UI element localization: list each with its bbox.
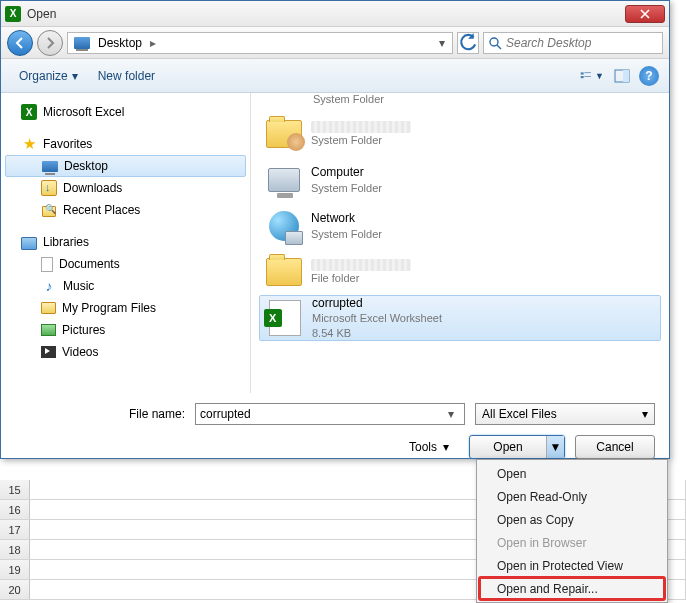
back-button[interactable] xyxy=(7,30,33,56)
svg-rect-3 xyxy=(581,76,584,78)
toolbar: Organize▾ New folder ▼ ? xyxy=(1,59,669,93)
svg-point-0 xyxy=(490,38,498,46)
sidebar-item-downloads[interactable]: Downloads xyxy=(1,177,250,199)
breadcrumb-segment[interactable]: Desktop xyxy=(94,36,146,50)
downloads-icon xyxy=(41,180,57,196)
excel-icon xyxy=(21,104,37,120)
refresh-button[interactable] xyxy=(457,32,479,54)
menu-open-and-repair[interactable]: Open and Repair... xyxy=(479,577,665,600)
open-dropdown-menu: Open Open Read-Only Open as Copy Open in… xyxy=(476,459,668,603)
documents-icon xyxy=(41,257,53,272)
breadcrumb[interactable]: Desktop ▸ ▾ xyxy=(67,32,453,54)
sidebar-item-program-files[interactable]: My Program Files xyxy=(1,297,250,319)
filename-label: File name: xyxy=(15,407,185,421)
excel-icon xyxy=(5,6,21,22)
search-box[interactable] xyxy=(483,32,663,54)
file-name xyxy=(311,259,411,271)
sidebar-item-recent[interactable]: Recent Places xyxy=(1,199,250,221)
svg-rect-6 xyxy=(623,70,629,82)
sidebar-item-desktop[interactable]: Desktop xyxy=(5,155,246,177)
file-list: System Folder System Folder ComputerSyst… xyxy=(251,93,669,393)
preview-pane-button[interactable] xyxy=(609,65,635,87)
music-icon: ♪ xyxy=(41,278,57,294)
folder-icon xyxy=(41,302,56,314)
sidebar-libraries[interactable]: Libraries xyxy=(1,231,250,253)
network-icon xyxy=(265,207,303,245)
computer-icon xyxy=(265,161,303,199)
sidebar-item-pictures[interactable]: Pictures xyxy=(1,319,250,341)
desktop-icon xyxy=(74,37,90,49)
file-item[interactable]: File folder xyxy=(259,249,661,295)
folder-icon xyxy=(265,253,303,291)
sidebar-item-videos[interactable]: Videos xyxy=(1,341,250,363)
menu-open[interactable]: Open xyxy=(479,462,665,485)
nav-bar: Desktop ▸ ▾ xyxy=(1,27,669,59)
open-dialog: Open Desktop ▸ ▾ Organize▾ New folder xyxy=(0,0,670,459)
file-item[interactable]: System Folder xyxy=(259,111,661,157)
chevron-down-icon: ▾ xyxy=(443,440,449,454)
new-folder-button[interactable]: New folder xyxy=(90,65,163,87)
svg-rect-4 xyxy=(584,76,591,77)
search-input[interactable] xyxy=(506,36,658,50)
tools-button[interactable]: Tools▾ xyxy=(409,440,449,454)
titlebar: Open xyxy=(1,1,669,27)
recent-icon xyxy=(41,202,57,218)
open-dropdown-button[interactable]: ▼ xyxy=(546,436,564,458)
svg-rect-2 xyxy=(584,72,591,73)
search-icon xyxy=(488,36,502,50)
close-button[interactable] xyxy=(625,5,665,23)
chevron-down-icon: ▼ xyxy=(595,71,604,81)
menu-open-as-copy[interactable]: Open as Copy xyxy=(479,508,665,531)
sidebar-item-documents[interactable]: Documents xyxy=(1,253,250,275)
sidebar-favorites[interactable]: ★Favorites xyxy=(1,133,250,155)
star-icon: ★ xyxy=(21,136,37,152)
sidebar-item-music[interactable]: ♪Music xyxy=(1,275,250,297)
chevron-down-icon: ▾ xyxy=(642,407,648,421)
pictures-icon xyxy=(41,324,56,336)
chevron-right-icon[interactable]: ▸ xyxy=(146,36,160,50)
filename-field[interactable]: ▾ xyxy=(195,403,465,425)
cancel-button[interactable]: Cancel xyxy=(575,435,655,459)
menu-open-in-browser: Open in Browser xyxy=(479,531,665,554)
window-title: Open xyxy=(27,7,625,21)
videos-icon xyxy=(41,346,56,358)
organize-button[interactable]: Organize▾ xyxy=(11,65,86,87)
libraries-icon xyxy=(21,234,37,250)
breadcrumb-dropdown[interactable]: ▾ xyxy=(434,36,450,50)
file-type-filter[interactable]: All Excel Files▾ xyxy=(475,403,655,425)
sidebar-excel[interactable]: Microsoft Excel xyxy=(1,101,250,123)
menu-open-protected-view[interactable]: Open in Protected View xyxy=(479,554,665,577)
help-button[interactable]: ? xyxy=(639,66,659,86)
file-item-corrupted[interactable]: corrupted Microsoft Excel Worksheet 8.54… xyxy=(259,295,661,341)
file-name xyxy=(311,121,411,133)
excel-file-icon xyxy=(266,299,304,337)
file-item-computer[interactable]: ComputerSystem Folder xyxy=(259,157,661,203)
desktop-icon xyxy=(42,161,58,172)
chevron-down-icon: ▾ xyxy=(72,69,78,83)
view-button[interactable]: ▼ xyxy=(579,65,605,87)
file-item[interactable]: System Folder xyxy=(259,93,661,111)
chevron-down-icon[interactable]: ▾ xyxy=(442,407,460,421)
nav-pane: Microsoft Excel ★Favorites Desktop Downl… xyxy=(1,93,251,393)
dialog-body: Microsoft Excel ★Favorites Desktop Downl… xyxy=(1,93,669,393)
forward-button[interactable] xyxy=(37,30,63,56)
file-item-network[interactable]: NetworkSystem Folder xyxy=(259,203,661,249)
open-button[interactable]: Open ▼ xyxy=(469,435,565,459)
filename-input[interactable] xyxy=(200,407,442,421)
svg-rect-1 xyxy=(581,72,584,74)
menu-open-read-only[interactable]: Open Read-Only xyxy=(479,485,665,508)
folder-user-icon xyxy=(265,115,303,153)
